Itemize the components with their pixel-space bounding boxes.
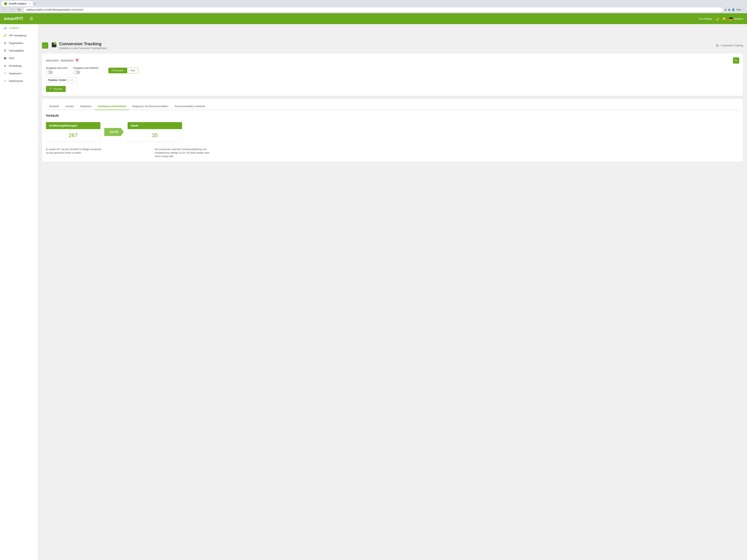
sidebar-item-impressum[interactable]: 📄 Impressum — [0, 70, 38, 77]
language-selector[interactable]: 🇩🇪 Deutsch — [729, 17, 743, 21]
date-range: 05/01/2023 - 05/26/2023 📅 — [46, 59, 79, 62]
tab-recommendation-verkaufe[interactable]: Recommendation-Verkäufe — [172, 103, 209, 110]
sidebar-toggle-icon[interactable]: ▣ — [728, 8, 730, 11]
env-production-button[interactable]: Production — [108, 68, 127, 73]
address-input[interactable] — [24, 7, 723, 12]
breadcrumb-home-icon[interactable]: 🏠 — [716, 44, 719, 47]
sidebar-label-api: API Verwaltung — [9, 34, 26, 37]
groessenempfehlungen-value: 267 — [46, 129, 100, 142]
sidebar-label-impressum: Impressum — [9, 72, 21, 75]
sidebar-item-organisation[interactable]: ⊞ Organisation — [0, 39, 38, 47]
tab-close-button[interactable]: × — [29, 2, 30, 5]
group-controls-row: Gruppiere nach APIs Gruppiere nach Refer… — [46, 67, 739, 74]
conversion-rate-text: 13.1% — [109, 130, 118, 134]
pos-icon: 💻 — [3, 57, 7, 60]
hamburger-menu[interactable]: ☰ — [30, 16, 33, 21]
tab-kaufwahrscheinlichkeit[interactable]: Kaufwahrscheinlichkeit — [95, 103, 129, 110]
back-button[interactable]: ← — [2, 7, 7, 12]
einstellung-arrow-icon: › — [34, 65, 35, 67]
tab-radpreise[interactable]: Radpreise — [77, 103, 95, 110]
sidebar-label-fahrraddaten: Fahrraddaten — [9, 49, 24, 52]
env-test-button[interactable]: Test — [127, 68, 138, 73]
profile-icon[interactable]: 👤 — [732, 8, 735, 11]
conversion-tracking-icon: $ — [51, 42, 57, 48]
einstellung-icon: ⚙ — [3, 64, 7, 67]
svg-text:$: $ — [54, 43, 55, 45]
refresh-icon: ↻ — [735, 59, 737, 62]
company-select[interactable]: Radlabor GmbH × ∨ — [46, 77, 77, 83]
live-widget-link[interactable]: Live-Widget — [699, 17, 712, 20]
app-logo: smartFIT — [4, 16, 24, 21]
reload-button[interactable]: ↻ — [17, 7, 22, 12]
conversion-flow: Größenempfehlungen 267 13.1% Käufe 35 — [46, 122, 739, 142]
info-text-left: Es wurde 267 mal das Smartfit-OZ-Widget … — [46, 148, 104, 158]
sidebar-item-pos[interactable]: 💻 POS › — [0, 54, 38, 62]
sidebar-label-pos: POS — [9, 57, 14, 60]
sidebar-label-einstellung: Einstellung — [9, 64, 21, 67]
search-label: Suchen — [54, 87, 62, 90]
breadcrumb: 🏠 / Conversion Tracking — [716, 44, 743, 47]
back-button[interactable]: ‹ — [42, 43, 48, 49]
analytics-arrow-icon: › — [34, 27, 35, 29]
translate-icon[interactable]: ⊞ — [725, 8, 727, 11]
groessenempfehlungen-box: Größenempfehlungen 267 — [46, 122, 100, 142]
group-referrer-label: Gruppiere nach Referrer — [73, 67, 99, 70]
tab-umsatz[interactable]: Umsatz — [62, 103, 77, 110]
sidebar-item-fahrraddaten[interactable]: 🗄 Fahrraddaten › — [0, 47, 38, 54]
browser-actions: ⊞ ▣ 👤 Gast ⋮ — [725, 8, 745, 11]
organisation-icon: ⊞ — [3, 42, 7, 45]
page-title: Conversion Tracking — [59, 42, 107, 47]
company-name: Radlabor GmbH — [48, 79, 66, 81]
header-actions: Live-Widget 🌙 🔔 🇩🇪 Deutsch — [699, 17, 743, 21]
main-content: ‹ $ Conversion Tracking Statistiken zu d… — [38, 37, 747, 169]
date-filter-row: 05/01/2023 - 05/26/2023 📅 ↻ — [46, 57, 739, 63]
conversion-rate-arrow: 13.1% — [104, 128, 124, 136]
dark-mode-icon[interactable]: 🌙 — [715, 17, 719, 21]
tab-verkaufe[interactable]: Verkäufe — [46, 103, 62, 110]
groessenempfehlungen-header: Größenempfehlungen — [46, 122, 100, 129]
info-text-right: Die Conversion zwischen Größenempfehlung… — [155, 148, 213, 158]
search-button[interactable]: 🔍 Suchen — [46, 86, 66, 92]
kaufe-value: 35 — [128, 129, 182, 142]
sidebar-item-analytics[interactable]: 📊 Analytics › — [0, 24, 38, 32]
date-range-text: 05/01/2023 - 05/26/2023 — [46, 59, 74, 62]
tab-radpreise-recommendation[interactable]: Radpreise mit Recommendation — [129, 103, 172, 110]
address-bar: ← → ↻ ⊞ ▣ 👤 Gast ⋮ — [0, 6, 747, 13]
pos-arrow-icon: › — [34, 57, 35, 59]
app-header: smartFIT ☰ Live-Widget 🌙 🔔 🇩🇪 Deutsch — [0, 13, 747, 24]
analytics-icon: 📊 — [3, 26, 7, 29]
forward-button[interactable]: → — [9, 7, 15, 12]
notifications-icon[interactable]: 🔔 — [722, 17, 726, 21]
guest-label: Gast — [736, 8, 741, 11]
refresh-button[interactable]: ↻ — [733, 57, 739, 63]
page-header: ‹ $ Conversion Tracking Statistiken zu d… — [42, 42, 743, 50]
tab-bar: Smartfit Analytics × + — [0, 0, 747, 6]
fahrraddaten-icon: 🗄 — [3, 49, 7, 52]
group-referrer-control: Gruppiere nach Referrer — [73, 67, 99, 74]
sidebar-item-datenschutz[interactable]: 🛡 Datenschutz — [0, 77, 38, 85]
fahrraddaten-arrow-icon: › — [34, 50, 35, 52]
browser-chrome: Smartfit Analytics × + ← → ↻ ⊞ ▣ 👤 Gast … — [0, 0, 747, 14]
section-title: Verkäufe — [46, 114, 739, 117]
company-clear-icon[interactable]: × — [68, 79, 70, 81]
group-apis-control: Gruppiere nach APIs — [46, 67, 68, 74]
kaufe-box: Käufe 35 — [128, 122, 182, 142]
new-tab-button[interactable]: + — [34, 2, 36, 6]
tab-favicon — [4, 2, 7, 5]
info-row: Es wurde 267 mal das Smartfit-OZ-Widget … — [46, 148, 739, 158]
sidebar-label-organisation: Organisation — [9, 42, 23, 45]
menu-icon[interactable]: ⋮ — [743, 8, 745, 11]
api-icon: 🔑 — [3, 34, 7, 37]
breadcrumb-current: Conversion Tracking — [722, 44, 743, 47]
sidebar-item-api[interactable]: 🔑 API Verwaltung — [0, 32, 38, 39]
browser-tab[interactable]: Smartfit Analytics × — [2, 1, 33, 6]
language-label: Deutsch — [734, 17, 743, 20]
calendar-icon[interactable]: 📅 — [75, 59, 79, 62]
company-chevron-icon[interactable]: ∨ — [71, 79, 73, 81]
search-icon: 🔍 — [49, 87, 53, 90]
page-subtitle: Statistiken zu den Conversion-Tracking-D… — [59, 47, 107, 50]
group-referrer-toggle[interactable] — [73, 71, 80, 74]
sidebar-item-einstellung[interactable]: ⚙ Einstellung › — [0, 62, 38, 70]
group-apis-label: Gruppiere nach APIs — [46, 67, 68, 70]
group-apis-toggle[interactable] — [46, 71, 53, 74]
